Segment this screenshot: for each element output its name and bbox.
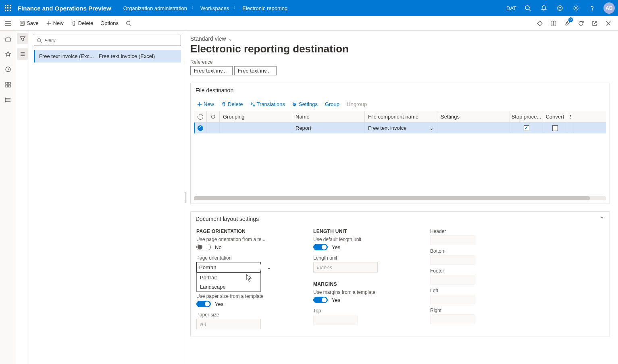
view-switcher[interactable]: Standard view ⌄ <box>190 35 610 42</box>
length-unit-column: LENGTH UNIT Use default length unit Yes … <box>313 229 414 329</box>
margin-header-value <box>430 235 474 245</box>
reference-cell[interactable]: Free text inv... <box>234 66 277 75</box>
fd-group-button[interactable]: Group <box>323 100 342 108</box>
row-select[interactable] <box>198 125 203 131</box>
list-icon[interactable] <box>17 48 28 60</box>
app-launcher-icon[interactable] <box>0 0 16 16</box>
book-icon[interactable] <box>547 17 560 30</box>
close-icon[interactable] <box>602 17 615 30</box>
horizontal-scrollbar[interactable] <box>194 196 606 200</box>
grid-row[interactable]: Report Free text invoice ⌄ <box>194 123 606 133</box>
page-title: Electronic reporting destination <box>190 43 610 55</box>
sub-rail <box>16 31 29 364</box>
delete-button[interactable]: Delete <box>68 19 97 28</box>
diamond-icon[interactable] <box>533 17 546 30</box>
stop-checkbox[interactable] <box>524 125 529 131</box>
svg-point-49 <box>293 103 294 104</box>
page-orientation-input[interactable] <box>199 264 267 270</box>
svg-rect-3 <box>5 7 6 8</box>
length-unit-value: Inches <box>313 262 378 272</box>
margin-top-label: Top <box>313 308 414 314</box>
use-page-orientation-toggle[interactable] <box>196 244 211 250</box>
breadcrumb-item[interactable]: Workspaces <box>200 5 229 11</box>
fd-new-button[interactable]: New <box>195 100 216 108</box>
actionbar-right: 0 <box>533 17 618 30</box>
cell-name[interactable]: Report <box>292 123 365 133</box>
chevron-down-icon[interactable]: ⌄ <box>267 264 271 270</box>
section-title: File destination <box>196 87 233 94</box>
help-icon[interactable] <box>584 0 600 16</box>
col-settings[interactable]: Settings <box>437 111 510 122</box>
list-pane: Free text invoice (Exc... Free text invo… <box>29 31 186 364</box>
list-item[interactable]: Free text invoice (Exc... Free text invo… <box>34 50 181 62</box>
save-button[interactable]: Save <box>16 19 42 28</box>
reference-cell[interactable]: Free text inv... <box>190 66 233 75</box>
toggle-value0: No <box>215 244 222 250</box>
combo-option-portrait[interactable]: Portrait <box>197 273 260 282</box>
use-default-length-toggle[interactable] <box>313 244 328 250</box>
cell-settings[interactable] <box>437 123 510 133</box>
smiley-icon[interactable] <box>552 0 568 16</box>
breadcrumb-item[interactable]: Electronic reporting <box>242 5 287 11</box>
page-orientation-column: PAGE ORIENTATION Use page orientation fr… <box>196 229 297 329</box>
save-label: Save <box>27 20 39 26</box>
select-all[interactable] <box>194 111 207 122</box>
length-unit-label: Length unit <box>313 255 414 261</box>
margin-left-label: Left <box>430 288 495 293</box>
chevron-down-icon[interactable]: ⌄ <box>429 125 434 131</box>
list-item-col1: Free text invoice (Exc... <box>39 53 94 59</box>
modules-icon[interactable] <box>2 94 14 106</box>
action-bar: Save New Delete Options 0 <box>0 16 618 31</box>
recent-icon[interactable] <box>2 64 14 75</box>
svg-point-14 <box>575 7 577 9</box>
cell-component[interactable]: Free text invoice ⌄ <box>365 123 437 133</box>
breadcrumb-item[interactable]: Organization administration <box>123 5 187 11</box>
paper-size-label: Paper size <box>196 312 297 318</box>
col-component[interactable]: File component name <box>365 111 437 122</box>
options-button[interactable]: Options <box>97 19 122 28</box>
filter-input[interactable] <box>44 37 178 44</box>
home-icon[interactable] <box>2 33 14 44</box>
hamburger-icon[interactable] <box>0 16 16 31</box>
col-name[interactable]: Name <box>292 111 365 122</box>
attachment-icon[interactable]: 0 <box>561 17 574 30</box>
list-item-col2: Free text invoice (Excel) <box>99 53 155 59</box>
col-grouping[interactable]: Grouping <box>220 111 292 122</box>
svg-point-36 <box>5 98 6 99</box>
avatar[interactable]: AD <box>603 2 615 14</box>
filter-input-box[interactable] <box>34 35 181 46</box>
search-icon[interactable] <box>520 0 536 16</box>
svg-rect-31 <box>6 85 8 87</box>
file-destination-header[interactable]: File destination <box>191 83 610 98</box>
fd-delete-button[interactable]: Delete <box>219 100 246 108</box>
document-layout-header[interactable]: Document layout settings ⌃ <box>191 212 610 226</box>
new-button[interactable]: New <box>43 19 67 28</box>
svg-line-43 <box>40 41 42 42</box>
svg-rect-19 <box>20 21 25 25</box>
cell-grouping[interactable] <box>220 123 292 133</box>
col-stop[interactable]: Stop proce... <box>510 111 543 122</box>
col-convert[interactable]: Convert <box>543 111 567 122</box>
star-icon[interactable] <box>2 48 14 60</box>
chevron-up-icon: ⌃ <box>600 216 605 222</box>
funnel-icon[interactable] <box>17 33 28 44</box>
bell-icon[interactable] <box>536 0 552 16</box>
main-content: Standard view ⌄ Electronic reporting des… <box>186 31 618 364</box>
view-name: Standard view <box>190 35 226 42</box>
more-columns-icon[interactable]: ⋮ <box>567 111 574 122</box>
workspace-icon[interactable] <box>2 79 14 90</box>
refresh-icon[interactable] <box>574 17 587 30</box>
action-search-icon[interactable] <box>123 19 135 28</box>
use-margins-template-toggle[interactable] <box>313 297 328 303</box>
popout-icon[interactable] <box>588 17 601 30</box>
fd-settings-button[interactable]: Settings <box>290 100 320 108</box>
fd-translations-button[interactable]: Translations <box>248 100 287 108</box>
gear-icon[interactable] <box>568 0 584 16</box>
use-paper-size-toggle[interactable] <box>196 301 211 307</box>
refresh-col-icon[interactable] <box>207 111 220 122</box>
margin-right-label: Right <box>430 308 495 313</box>
environment-label[interactable]: DAT <box>503 5 520 11</box>
page-orientation-combo[interactable]: ⌄ Portrait Landscape <box>196 262 261 272</box>
convert-checkbox[interactable] <box>552 125 558 131</box>
combo-option-landscape[interactable]: Landscape <box>197 282 260 291</box>
